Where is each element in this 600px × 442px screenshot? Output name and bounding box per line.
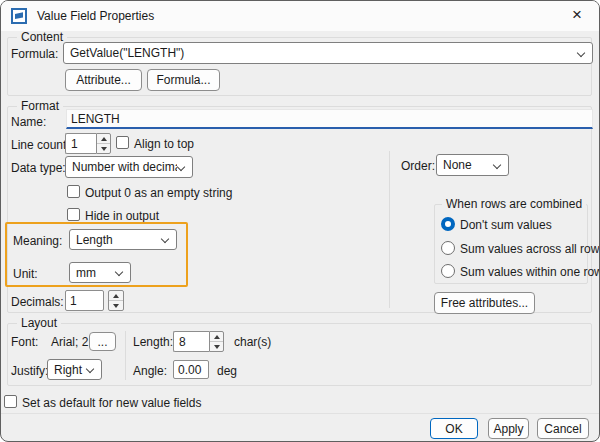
- window-title: Value Field Properties: [37, 1, 154, 31]
- attribute-button[interactable]: Attribute...: [65, 69, 142, 91]
- line-count-value: 1: [65, 133, 96, 154]
- arrow-up-icon: [214, 335, 220, 339]
- name-label: Name:: [11, 115, 46, 129]
- chevron-down-icon: [577, 49, 586, 58]
- line-count-stepper[interactable]: 1: [65, 133, 111, 154]
- unit-label: Unit:: [13, 267, 38, 281]
- layout-vertical-divider: [125, 331, 126, 380]
- radio-sum-across-rows[interactable]: [441, 241, 455, 255]
- layout-group-label: Layout: [17, 317, 61, 330]
- data-type-combobox[interactable]: Number with decimals: [65, 156, 193, 178]
- decimals-input[interactable]: 1: [65, 290, 104, 311]
- spin-up-button[interactable]: [97, 134, 110, 143]
- meaning-combobox[interactable]: Length: [69, 229, 177, 250]
- hide-in-output-checkbox[interactable]: [67, 208, 80, 221]
- title-bar: Value Field Properties ×: [1, 1, 599, 31]
- font-browse-button[interactable]: ...: [89, 332, 116, 351]
- length-value: 8: [173, 331, 209, 352]
- order-label: Order:: [401, 159, 435, 173]
- name-input[interactable]: LENGTH: [66, 109, 593, 129]
- spin-down-button[interactable]: [210, 341, 223, 351]
- cancel-button[interactable]: Cancel: [537, 418, 589, 439]
- decimals-label: Decimals:: [11, 295, 64, 309]
- radio-sum-within-row-label: Sum values within one row: [460, 265, 600, 279]
- unit-value: mm: [76, 266, 115, 280]
- apply-button[interactable]: Apply: [488, 418, 529, 439]
- arrow-down-icon: [113, 304, 119, 308]
- line-count-spin-buttons: [96, 133, 111, 154]
- arrow-up-icon: [113, 294, 119, 298]
- chevron-down-icon: [177, 163, 186, 172]
- set-default-label: Set as default for new value fields: [22, 396, 201, 410]
- arrow-down-icon: [101, 147, 107, 151]
- angle-label: Angle:: [133, 364, 167, 378]
- meaning-value: Length: [76, 233, 161, 247]
- radio-sum-within-row[interactable]: [441, 264, 455, 278]
- spin-down-button[interactable]: [97, 143, 110, 153]
- length-label: Length:: [133, 335, 173, 349]
- footer-divider: [1, 413, 599, 414]
- radio-dont-sum-values-label: Don't sum values: [460, 218, 552, 232]
- angle-value: 0.00: [178, 363, 201, 377]
- angle-unit-label: deg: [217, 364, 237, 378]
- spin-up-button[interactable]: [109, 291, 123, 300]
- radio-dont-sum-values[interactable]: [441, 217, 455, 231]
- output-zero-label: Output 0 as an empty string: [85, 186, 232, 200]
- hide-in-output-label: Hide in output: [85, 209, 159, 223]
- line-count-label: Line count: [11, 138, 66, 152]
- close-icon[interactable]: ×: [555, 1, 599, 31]
- arrow-down-icon: [214, 345, 220, 349]
- order-combobox[interactable]: None: [436, 154, 509, 176]
- align-to-top-label: Align to top: [134, 137, 194, 151]
- formula-label: Formula:: [11, 47, 58, 61]
- align-to-top-checkbox[interactable]: [116, 136, 129, 149]
- format-vertical-divider: [389, 151, 390, 308]
- app-icon: [11, 8, 27, 24]
- value-field-properties-dialog: Value Field Properties × Content Formula…: [0, 0, 600, 442]
- chevron-down-icon: [115, 268, 124, 277]
- data-type-value: Number with decimals: [72, 160, 177, 174]
- name-value: LENGTH: [71, 112, 120, 126]
- meaning-label: Meaning:: [13, 234, 62, 248]
- set-default-checkbox[interactable]: [4, 395, 17, 408]
- justify-label: Justify:: [11, 364, 48, 378]
- length-unit-label: char(s): [234, 335, 271, 349]
- format-group-label: Format: [17, 100, 63, 113]
- angle-input[interactable]: 0.00: [173, 360, 209, 379]
- font-value: Arial; 2: [51, 335, 88, 349]
- free-attributes-button[interactable]: Free attributes...: [434, 292, 535, 314]
- output-zero-checkbox[interactable]: [67, 185, 80, 198]
- unit-combobox[interactable]: mm: [69, 262, 131, 283]
- arrow-up-icon: [101, 137, 107, 141]
- data-type-label: Data type:: [11, 161, 66, 175]
- chevron-down-icon: [86, 365, 95, 374]
- formula-button[interactable]: Formula...: [147, 69, 220, 91]
- justify-value: Right: [54, 363, 86, 377]
- decimals-spin-buttons: [108, 290, 124, 311]
- ok-button[interactable]: OK: [430, 418, 478, 439]
- combine-group-label: When rows are combined: [442, 198, 586, 211]
- order-value: None: [443, 158, 493, 172]
- spin-down-button[interactable]: [109, 300, 123, 310]
- length-stepper[interactable]: 8: [173, 331, 224, 352]
- chevron-down-icon: [161, 235, 170, 244]
- decimals-value: 1: [70, 294, 77, 308]
- formula-combobox[interactable]: GetValue("LENGTH"): [63, 42, 593, 64]
- justify-combobox[interactable]: Right: [47, 359, 102, 380]
- chevron-down-icon: [493, 161, 502, 170]
- spin-up-button[interactable]: [210, 332, 223, 341]
- length-spin-buttons: [209, 331, 224, 352]
- formula-value: GetValue("LENGTH"): [70, 46, 577, 60]
- radio-sum-across-rows-label: Sum values across all rows: [460, 242, 600, 256]
- content-group-label: Content: [17, 31, 67, 44]
- font-label: Font:: [11, 335, 38, 349]
